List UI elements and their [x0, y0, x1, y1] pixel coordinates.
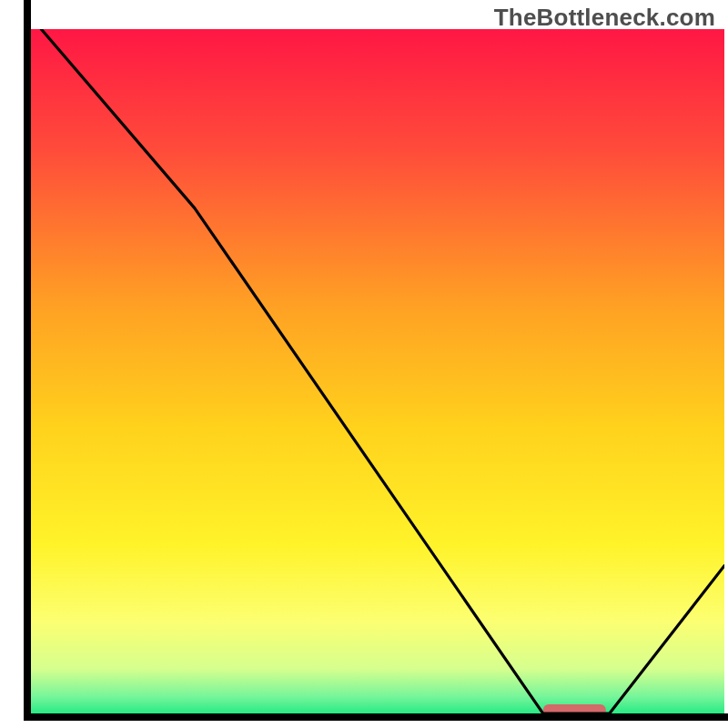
gradient-background	[27, 29, 724, 717]
watermark-text: TheBottleneck.com	[494, 4, 715, 32]
bottleneck-chart	[0, 0, 728, 728]
